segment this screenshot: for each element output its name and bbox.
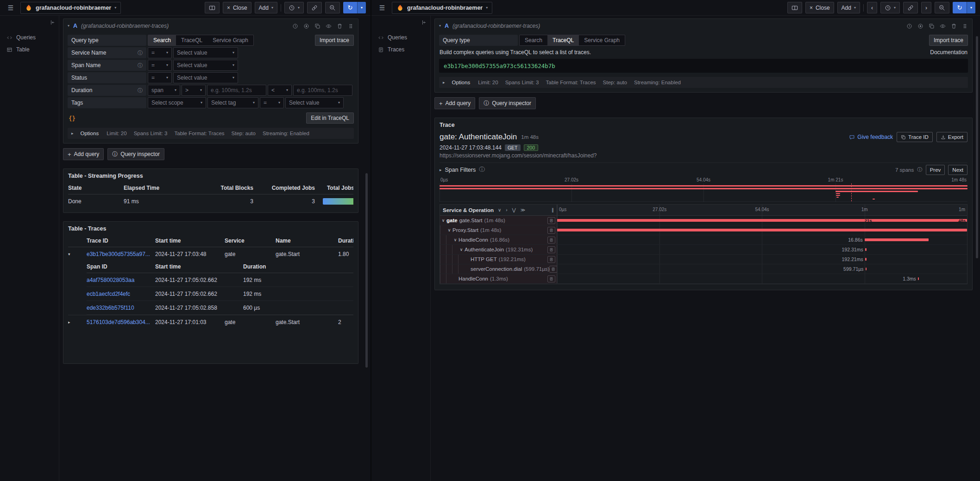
prev-span-button[interactable]: Prev [926,165,945,175]
documentation-link[interactable]: Documentation [930,49,967,56]
refresh-interval-button[interactable]: ▾ [357,2,366,13]
span-logs-button[interactable] [549,266,557,273]
import-trace-button[interactable]: Import trace [929,35,968,46]
span-name-cell[interactable]: ∨ AuthenticateJoin (192.31ms) [440,245,557,254]
span-filters-row[interactable]: ▸ Span Filters ⓘ 7 spans ⓘ Prev Next [440,162,967,176]
zoom-out-button[interactable] [935,2,949,13]
column-header[interactable]: Total Jobs [315,182,353,194]
tab-search[interactable]: Search [520,35,547,45]
duplicate-query-icon[interactable] [314,23,320,29]
span-row[interactable]: ∨ Proxy.Start (1m 48s) [440,225,967,235]
options-summary-row[interactable]: ▸ Options Limit: 20 Spans Limit: 3 Table… [439,77,968,88]
drag-handle-icon[interactable] [962,23,968,29]
sidebar-item-queries[interactable]: Queries [374,31,427,44]
column-header[interactable]: Duration [338,235,353,247]
edit-in-traceql-button[interactable]: Edit in TraceQL [306,112,354,124]
query-row-header[interactable]: ▾ A (grafanacloud-robinbraemer-traces) [63,19,358,33]
duration-min-input[interactable] [207,85,266,96]
time-picker-button[interactable]: ▾ [284,2,304,13]
span-logs-button[interactable] [547,275,555,282]
span-timeline[interactable]: 1.3ms [557,274,967,283]
tab-service-graph[interactable]: Service Graph [207,35,253,45]
query-history-icon[interactable] [906,23,912,29]
trace-id-button[interactable]: Trace ID [897,132,933,142]
add-button[interactable]: Add▾ [255,2,277,13]
remove-query-icon[interactable] [337,23,343,29]
share-link-button[interactable] [903,2,918,13]
span-timeline[interactable]: 192.21ms [557,255,967,264]
span-timeline[interactable]: 192.31ms [557,245,967,254]
span-bar[interactable] [866,268,867,270]
trace-id-link[interactable]: 5176103de7d596ab304... [87,315,155,329]
sidebar-item-queries[interactable]: Queries [3,31,56,44]
tags-tag-select[interactable]: Select tag▾ [207,97,258,108]
span-logs-button[interactable] [547,237,555,244]
duplicate-query-icon[interactable] [929,23,935,29]
toggle-visibility-icon[interactable] [940,23,946,29]
tab-search[interactable]: Search [148,35,176,45]
span-name-cell[interactable]: ∨ gate gate.Start (1m 48s) [440,216,557,225]
column-header[interactable]: Span ID [87,261,155,273]
tab-service-graph[interactable]: Service Graph [579,35,625,45]
toggle-visibility-icon[interactable] [326,23,332,29]
span-logs-button[interactable] [547,217,555,224]
split-view-button[interactable] [787,2,802,13]
refresh-button[interactable]: ↻ [953,2,967,13]
status-value-select[interactable]: Select value▾ [173,72,238,83]
span-row[interactable]: serverConnection.dial (599.71µs) 599.71µ… [440,264,967,274]
status-operator-select[interactable]: =▾ [148,72,172,83]
span-logs-button[interactable] [547,227,555,234]
sidebar-item-traces[interactable]: Traces [374,44,427,56]
span-expander-icon[interactable]: ∨ [446,228,452,232]
tab-traceql[interactable]: TraceQL [547,35,579,45]
span-bar[interactable] [865,238,929,241]
query-stats-icon[interactable] [303,23,309,29]
span-logs-button[interactable] [547,256,555,263]
trace-id-link[interactable]: e3b17be300d57355a97... [87,247,155,261]
span-row[interactable]: ∨ AuthenticateJoin (192.31ms) 192.31ms [440,245,967,255]
column-header[interactable]: Trace ID [87,235,155,247]
span-bar[interactable] [557,229,967,231]
collapse-query-icon[interactable]: ▾ [439,24,441,28]
collapse-sidebar-icon[interactable] [49,19,55,25]
span-row[interactable]: HTTP GET (192.21ms) 192.21ms [440,255,967,264]
span-expander-icon[interactable]: ∨ [458,247,465,252]
span-bar[interactable] [865,248,867,251]
expand-one-icon[interactable]: › [505,207,508,212]
span-name-value-select[interactable]: Select value▾ [173,60,238,71]
span-id-link[interactable]: ede332b6b575f110 [87,301,155,314]
refresh-button[interactable]: ↻ [343,2,357,13]
split-view-button[interactable] [205,2,220,13]
span-name-cell[interactable]: ∨ Proxy.Start (1m 48s) [440,225,557,235]
tags-scope-select[interactable]: Select scope▾ [148,97,206,108]
refresh-interval-button[interactable]: ▾ [967,2,975,13]
duration-field-select[interactable]: span▾ [148,85,180,96]
collapse-sidebar-icon[interactable] [421,19,427,25]
tags-value-select[interactable]: Select value▾ [285,97,344,108]
span-timeline[interactable]: 599.71µs [557,264,967,274]
menu-button[interactable]: ☰ [5,2,17,13]
span-id-link[interactable]: ecb1aecfcd2f4efc [87,287,155,300]
span-bar[interactable]: 21s 48s [557,219,967,222]
next-span-button[interactable]: Next [948,165,967,175]
span-timeline[interactable]: 16.86s [557,235,967,244]
traceql-code-editor[interactable]: e3b17be300d57355a973c56133624b7b [439,59,968,73]
column-header[interactable]: State [68,182,124,194]
duration-max-input[interactable] [293,85,352,96]
query-inspector-button[interactable]: ⓘQuery inspector [107,148,164,160]
import-trace-button[interactable]: Import trace [315,35,354,46]
add-button[interactable]: Add▾ [837,2,860,13]
collapse-all-icon[interactable]: ∨ [497,207,502,212]
service-name-operator-select[interactable]: =▾ [148,47,172,58]
datasource-picker[interactable]: grafanacloud-robinbraemer ▾ [20,2,121,14]
expand-all-icon[interactable]: ≫ [520,207,526,212]
span-timeline[interactable] [557,225,967,235]
sidebar-item-table[interactable]: Table [3,44,56,56]
tab-traceql[interactable]: TraceQL [176,35,207,45]
remove-query-icon[interactable] [951,23,957,29]
add-query-button[interactable]: +Add query [434,97,475,109]
collapse-query-icon[interactable]: ▾ [68,24,69,28]
span-name-cell[interactable]: ∨ HandleConn (16.86s) [440,235,557,244]
share-link-button[interactable] [307,2,322,13]
row-expander-icon[interactable]: ▸ [68,320,70,325]
